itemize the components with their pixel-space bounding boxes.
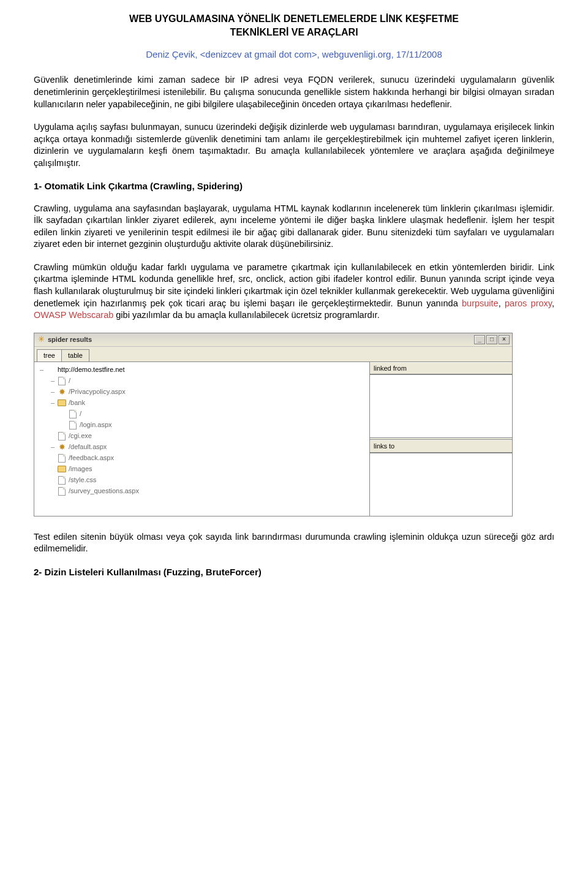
tree-node-label: /bank (69, 398, 85, 407)
link-paros-proxy[interactable]: paros proxy (505, 298, 552, 308)
tree-row[interactable]: –http://demo.testfire.net (36, 365, 368, 376)
intro-para-2: Uygulama açılış sayfası bulunmayan, sunu… (34, 121, 554, 169)
window-title: spider results (48, 335, 474, 344)
file-icon (58, 454, 66, 463)
tree-node-label: /images (69, 464, 92, 474)
tree-row[interactable]: –✸/default.aspx (36, 442, 368, 453)
blank-icon (47, 366, 55, 374)
tree-node-label: /survey_questions.aspx (69, 486, 139, 496)
doc-byline: Deniz Çevik, <denizcev at gmail dot com>… (34, 48, 554, 61)
file-icon (58, 432, 66, 441)
minimize-button[interactable]: _ (474, 335, 485, 344)
linked-from-header: linked from (370, 362, 512, 375)
tree-row[interactable]: /style.css (36, 475, 368, 486)
intro-para-1: Güvenlik denetimlerinde kimi zaman sadec… (34, 74, 554, 110)
tree-node-label: /default.aspx (69, 442, 107, 452)
tree-row[interactable]: –/ (36, 376, 368, 387)
tree-expand-handle[interactable]: – (49, 442, 56, 452)
tree-expand-handle[interactable]: – (49, 376, 56, 385)
tree-node-label: / (80, 409, 81, 418)
tree-row[interactable]: /cgi.exe (36, 431, 368, 442)
section-1-para-3: Test edilen sitenin büyük olması veya ço… (34, 531, 554, 555)
tree-row[interactable]: /feedback.aspx (36, 453, 368, 464)
folder-icon (58, 399, 66, 407)
doc-title: WEB UYGULAMASINA YÖNELİK DENETLEMELERDE … (34, 12, 554, 39)
section-2-heading: 2- Dizin Listeleri Kullanılması (Fuzzing… (34, 566, 554, 578)
right-pane: linked from links to (370, 362, 512, 516)
tree-node-label: /login.aspx (80, 420, 112, 429)
title-line-1: WEB UYGULAMASINA YÖNELİK DENETLEMELERDE … (129, 13, 459, 24)
sep2: , (552, 298, 554, 308)
tree-row[interactable]: /survey_questions.aspx (36, 486, 368, 497)
tab-tree[interactable]: tree (37, 349, 62, 361)
tree-node-label: /cgi.exe (69, 431, 92, 441)
tree-node-label: http://demo.testfire.net (58, 365, 124, 374)
tree-node-label: /feedback.aspx (69, 453, 114, 463)
tree-row[interactable]: /login.aspx (36, 420, 368, 431)
link-burpsuite[interactable]: burpsuite (462, 298, 499, 308)
tree-expand-handle[interactable]: – (49, 387, 56, 396)
file-icon (58, 487, 66, 496)
tree-node-label: /Privacypolicy.aspx (69, 387, 126, 396)
gear-icon: ✸ (58, 443, 66, 452)
title-line-2: TEKNİKLERİ VE ARAÇLARI (230, 27, 358, 37)
link-owasp-webscarab[interactable]: OWASP Webscarab (34, 310, 113, 320)
tree-expand-handle[interactable]: – (49, 398, 56, 407)
maximize-button[interactable]: □ (486, 335, 497, 344)
tree-expand-handle[interactable]: – (38, 365, 45, 374)
file-icon (69, 421, 77, 429)
section-1-para-1: Crawling, uygulama ana sayfasından başla… (34, 203, 554, 251)
tree-node-label: /style.css (69, 475, 96, 485)
links-to-list[interactable] (370, 453, 512, 516)
tree-row[interactable]: –✸/Privacypolicy.aspx (36, 387, 368, 398)
tabs-row: tree table (34, 347, 512, 361)
window-buttons: _ □ × (474, 335, 510, 344)
file-icon (58, 377, 66, 385)
section-1-para-2: Crawling mümkün olduğu kadar farklı uygu… (34, 262, 554, 322)
sep1: , (499, 298, 505, 308)
tree-pane[interactable]: –http://demo.testfire.net–/–✸/Privacypol… (34, 362, 370, 516)
links-to-header: links to (370, 440, 512, 453)
panes: –http://demo.testfire.net–/–✸/Privacypol… (34, 361, 512, 516)
app-icon: ✳ (37, 335, 45, 344)
p4-post: gibi yazılımlar da bu amaçla kullanılabi… (113, 310, 379, 320)
linked-from-list[interactable] (370, 374, 512, 437)
tree-row[interactable]: / (36, 409, 368, 420)
section-1-heading: 1- Otomatik Link Çıkartma (Crawling, Spi… (34, 180, 554, 192)
spider-results-window: ✳ spider results _ □ × tree table –http:… (34, 333, 513, 516)
file-icon (58, 476, 66, 485)
window-titlebar[interactable]: ✳ spider results _ □ × (34, 333, 512, 347)
tree-node-label: / (69, 376, 70, 385)
gear-icon: ✸ (58, 388, 66, 396)
file-icon (69, 410, 77, 418)
folder-icon (58, 465, 66, 474)
tree-row[interactable]: –/bank (36, 398, 368, 409)
tree-row[interactable]: /images (36, 464, 368, 475)
tab-table[interactable]: table (61, 349, 89, 361)
close-button[interactable]: × (499, 335, 510, 344)
